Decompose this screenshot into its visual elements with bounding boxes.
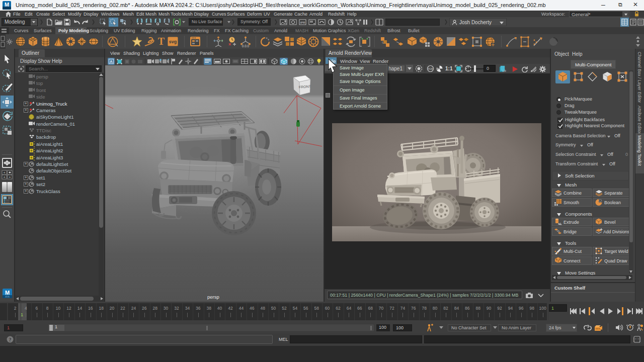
- svg-text:+: +: [3, 175, 6, 179]
- svg-text:AYA: AYA: [5, 296, 9, 298]
- svg-text:LOG: LOG: [503, 69, 507, 72]
- svg-text:M: M: [5, 2, 9, 8]
- svg-text:{''}: {''}: [633, 337, 640, 342]
- svg-text:+: +: [3, 170, 6, 175]
- svg-text:svg: svg: [169, 39, 177, 44]
- svg-text:?: ?: [9, 337, 12, 342]
- svg-text:0,0,0: 0,0,0: [242, 44, 250, 48]
- svg-text:IPR: IPR: [300, 21, 305, 24]
- svg-text:RGB: RGB: [428, 68, 433, 70]
- svg-text:A: A: [110, 59, 113, 64]
- svg-text:M: M: [5, 290, 10, 296]
- svg-text:T: T: [158, 36, 165, 47]
- svg-text:+: +: [9, 175, 11, 179]
